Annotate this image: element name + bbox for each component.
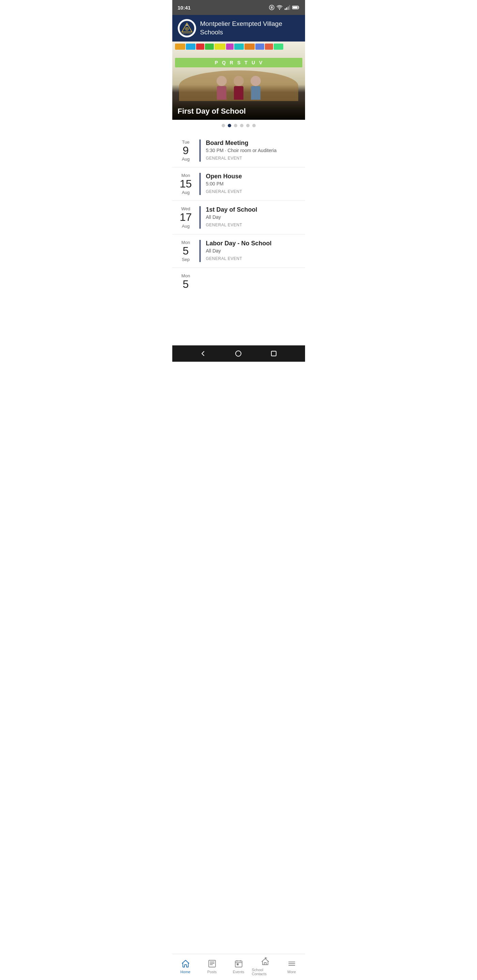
android-home[interactable] [234, 350, 242, 358]
battery-icon [292, 5, 300, 10]
carousel-dot-4[interactable] [240, 124, 243, 127]
svg-rect-4 [286, 8, 287, 10]
svg-rect-1 [271, 6, 271, 9]
events-list: Tue 9 Aug Board Meeting 5:30 PM · Choir … [172, 131, 305, 291]
svg-rect-3 [285, 8, 286, 10]
event-day-name-1: Tue [178, 140, 194, 145]
carousel-dot-5[interactable] [246, 124, 250, 127]
event-content-1: Board Meeting 5:30 PM · Choir room or Au… [206, 140, 300, 161]
android-recents[interactable] [270, 350, 278, 358]
event-title-3: 1st Day of School [206, 206, 300, 213]
status-bar: 10:41 [172, 0, 305, 15]
hero-carousel[interactable]: P Q R S T U V [172, 41, 305, 120]
event-title-2: Open House [206, 173, 300, 180]
event-month-4: Sep [178, 257, 194, 262]
event-item-3[interactable]: Wed 17 Aug 1st Day of School All Day GEN… [172, 201, 305, 234]
event-tag-2: GENERAL EVENT [206, 189, 300, 194]
carousel-dot-6[interactable] [252, 124, 256, 127]
carousel-caption: First Day of School [178, 107, 300, 116]
wifi-icon [276, 5, 282, 10]
svg-rect-2 [272, 6, 272, 9]
svg-rect-30 [271, 351, 276, 356]
event-item-2[interactable]: Mon 15 Aug Open House 5:00 PM GENERAL EV… [172, 167, 305, 201]
carousel-dot-3[interactable] [234, 124, 237, 127]
svg-text:M: M [186, 24, 188, 26]
status-time: 10:41 [178, 5, 191, 11]
school-logo: M MONTPELIER [178, 19, 196, 37]
event-time-4: All Day [206, 248, 300, 253]
event-divider-3 [199, 206, 201, 228]
media-icon [269, 5, 274, 10]
event-time-3: All Day [206, 215, 300, 220]
svg-point-0 [269, 5, 274, 10]
carousel-caption-overlay: First Day of School [172, 100, 305, 120]
event-month-3: Aug [178, 224, 194, 229]
event-day-name-3: Wed [178, 206, 194, 211]
event-item-4[interactable]: Mon 5 Sep Labor Day - No School All Day … [172, 234, 305, 268]
event-content-3: 1st Day of School All Day GENERAL EVENT [206, 206, 300, 227]
svg-rect-8 [293, 6, 298, 8]
event-day-num-2: 15 [178, 178, 194, 190]
event-time-1: 5:30 PM · Choir room or Auditeria [206, 148, 300, 153]
event-title-1: Board Meeting [206, 140, 300, 147]
carousel-dots[interactable] [172, 120, 305, 131]
event-tag-1: GENERAL EVENT [206, 156, 300, 161]
event-title-4: Labor Day - No School [206, 240, 300, 247]
page-content: P Q R S T U V [172, 41, 305, 318]
svg-rect-6 [289, 5, 290, 10]
table [179, 70, 298, 101]
event-content-2: Open House 5:00 PM GENERAL EVENT [206, 173, 300, 194]
event-day-name-4: Mon [178, 240, 194, 245]
app-header: M MONTPELIER Montpelier Exempted Village… [172, 15, 305, 41]
school-name: Montpelier Exempted Village Schools [200, 20, 300, 37]
svg-text:MONTPELIER: MONTPELIER [182, 33, 191, 34]
event-date-3: Wed 17 Aug [178, 206, 194, 228]
event-divider-4 [199, 240, 201, 262]
event-date-2: Mon 15 Aug [178, 173, 194, 195]
event-content-4: Labor Day - No School All Day GENERAL EV… [206, 240, 300, 261]
carousel-dot-2[interactable] [228, 124, 231, 127]
event-day-num-3: 17 [178, 211, 194, 223]
event-tag-4: GENERAL EVENT [206, 256, 300, 261]
event-date-4: Mon 5 Sep [178, 240, 194, 262]
event-time-2: 5:00 PM [206, 181, 300, 186]
svg-point-12 [186, 28, 188, 30]
event-tag-3: GENERAL EVENT [206, 223, 300, 227]
event-divider-2 [199, 173, 201, 195]
event-date-5: Mon 5 [178, 273, 194, 288]
event-day-num-4: 5 [178, 245, 194, 257]
event-month-1: Aug [178, 156, 194, 162]
event-day-num-1: 9 [178, 145, 194, 156]
event-month-2: Aug [178, 190, 194, 195]
android-nav-bar [172, 345, 305, 362]
svg-rect-5 [288, 6, 289, 10]
event-day-name-2: Mon [178, 173, 194, 178]
event-item-1[interactable]: Tue 9 Aug Board Meeting 5:30 PM · Choir … [172, 134, 305, 167]
android-back[interactable] [199, 350, 207, 358]
event-divider-1 [199, 140, 201, 162]
event-date-1: Tue 9 Aug [178, 140, 194, 162]
carousel-dot-1[interactable] [222, 124, 225, 127]
signal-icon [285, 5, 290, 10]
svg-point-29 [236, 351, 241, 356]
event-item-5-partial: Mon 5 [172, 268, 305, 288]
status-icons [269, 5, 300, 10]
